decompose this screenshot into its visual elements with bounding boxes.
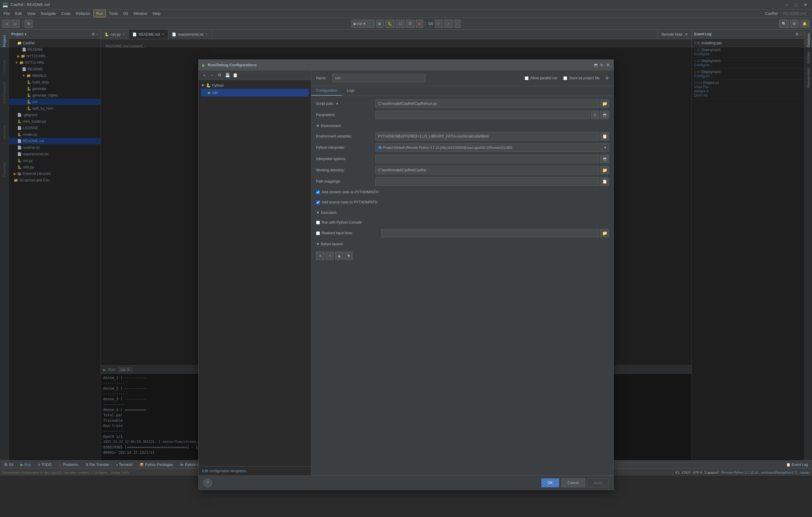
remote-host-tab[interactable]: Remote Host: ✕ bbox=[658, 30, 692, 39]
profile-btn[interactable]: ⏱ bbox=[406, 20, 415, 28]
debug-btn[interactable]: 🐛 bbox=[385, 20, 395, 28]
params-expand-btn[interactable]: ⬒ bbox=[600, 111, 609, 119]
tab-run-py[interactable]: 🐍 run.py ✕ bbox=[101, 30, 129, 39]
tree-readme-root[interactable]: 📁 CasRel bbox=[9, 40, 100, 46]
git-push-btn[interactable]: ✓ bbox=[444, 20, 453, 28]
coverage-btn[interactable]: ⎔ bbox=[396, 20, 405, 28]
add-source-roots-checkbox[interactable] bbox=[316, 200, 320, 204]
store-project-settings-icon[interactable]: ⚙ bbox=[605, 76, 609, 80]
back-btn[interactable]: ◁ bbox=[2, 20, 10, 28]
parameters-input[interactable] bbox=[375, 111, 590, 119]
menu-navigate[interactable]: Navigate bbox=[38, 10, 58, 17]
git-branch-btn[interactable]: ↑ bbox=[454, 20, 461, 28]
tab-requirements[interactable]: 📄 requirements.txt ✕ bbox=[168, 30, 212, 39]
execution-section-header[interactable]: ▼ Execution bbox=[316, 211, 609, 215]
environment-section-header[interactable]: ▼ Environment bbox=[316, 124, 609, 128]
remove-config-btn[interactable]: − bbox=[209, 72, 215, 78]
menu-window[interactable]: Window bbox=[131, 10, 150, 17]
menu-view[interactable]: View bbox=[25, 10, 38, 17]
event-log-settings-icon[interactable]: ⚙ bbox=[795, 32, 799, 36]
stop-btn[interactable]: ■ bbox=[416, 20, 423, 28]
dialog-settings-icon[interactable]: ↻ bbox=[600, 63, 604, 67]
help-btn[interactable]: ? bbox=[203, 479, 212, 487]
working-dir-browse-btn[interactable]: 📁 bbox=[600, 166, 609, 174]
dialog-close-icon[interactable]: ✕ bbox=[606, 62, 610, 68]
working-directory-input[interactable] bbox=[375, 166, 599, 174]
before-launch-section-header[interactable]: ▼ Before launch bbox=[316, 242, 609, 246]
path-mappings-input[interactable] bbox=[375, 177, 599, 186]
close-remote-tab[interactable]: ✕ bbox=[685, 32, 688, 36]
run-tool-btn[interactable]: ▶ Run bbox=[19, 462, 33, 467]
edit-config-link[interactable]: Edit configuration templates... bbox=[199, 466, 311, 475]
interpreter-info[interactable]: Remote Python 3.7.12 (sf...nvs/casrel/bi… bbox=[721, 471, 797, 474]
git-tool-btn[interactable]: ⛓ Git bbox=[2, 462, 15, 467]
close-readme-tab[interactable]: ✕ bbox=[162, 32, 165, 36]
params-add-btn[interactable]: + bbox=[591, 111, 599, 119]
before-launch-remove-btn[interactable]: − bbox=[325, 251, 334, 260]
menu-help[interactable]: Help bbox=[150, 10, 163, 17]
tab-readme-md[interactable]: 📄 README.md ✕ bbox=[129, 30, 168, 39]
line-sep[interactable]: CRLF bbox=[682, 471, 691, 474]
menu-git[interactable]: Git bbox=[121, 10, 130, 17]
python-packages-tool-btn[interactable]: 📦 Python Packages bbox=[138, 462, 175, 467]
run-btn[interactable]: ▶ bbox=[376, 20, 384, 28]
terminal-tool-btn[interactable]: ▪ Terminal bbox=[115, 462, 134, 467]
run-config-item[interactable]: ▶ run bbox=[201, 89, 309, 97]
redirect-input-checkbox[interactable] bbox=[316, 231, 320, 235]
cursor-position[interactable]: 4:1 bbox=[675, 471, 679, 474]
cancel-btn[interactable]: Cancel bbox=[561, 479, 585, 487]
path-mappings-edit-btn[interactable]: 📋 bbox=[600, 177, 609, 186]
todo-tool-btn[interactable]: ≡ TODO bbox=[36, 462, 53, 467]
redirect-input-input[interactable] bbox=[381, 229, 599, 237]
menu-tools[interactable]: Tools bbox=[107, 10, 120, 17]
allow-parallel-checkbox[interactable] bbox=[525, 76, 528, 80]
interpreter-options-input[interactable] bbox=[375, 155, 599, 163]
dialog-expand-icon[interactable]: ⬒ bbox=[594, 63, 598, 67]
menu-run[interactable]: Run bbox=[93, 10, 106, 17]
before-launch-up-btn[interactable]: ▲ bbox=[335, 251, 343, 260]
file-transfer-tool-btn[interactable]: ⇅ File Transfer bbox=[84, 462, 111, 467]
notifications-btn[interactable]: 🔔 bbox=[800, 20, 810, 28]
event-log-tool-btn[interactable]: 📋 Event Log bbox=[784, 462, 810, 467]
encoding[interactable]: UTF-8 bbox=[693, 471, 702, 474]
project-collapse-icon[interactable]: − bbox=[96, 32, 98, 36]
python-interpreter-select[interactable]: 🔷 Project Default (Remote Python 3.7.12 … bbox=[375, 143, 609, 152]
menu-edit[interactable]: Edit bbox=[13, 10, 24, 17]
before-launch-add-btn[interactable]: + bbox=[316, 251, 324, 260]
menu-refactor[interactable]: Refactor bbox=[74, 10, 93, 17]
git-update-btn[interactable]: ✓ bbox=[435, 20, 443, 28]
add-config-btn[interactable]: + bbox=[201, 72, 207, 78]
refresh-btn[interactable]: ↻ bbox=[25, 20, 33, 28]
interpreter-options-expand-btn[interactable]: ⬒ bbox=[600, 155, 609, 163]
event-log-collapse-icon[interactable]: − bbox=[800, 32, 802, 36]
database-tab[interactable]: Database bbox=[807, 31, 810, 50]
search-everywhere-btn[interactable]: 🔍 bbox=[779, 20, 789, 28]
ok-btn[interactable]: OK bbox=[541, 479, 559, 487]
env-vars-edit-btn[interactable]: 📋 bbox=[600, 132, 609, 140]
branch-info[interactable]: master bbox=[800, 471, 810, 474]
close-button[interactable]: ✕ bbox=[801, 1, 810, 9]
project-dropdown-icon[interactable]: ▾ bbox=[25, 32, 26, 36]
run-config-btn[interactable]: ▶ run ▾ bbox=[351, 20, 375, 28]
minimize-button[interactable]: − bbox=[782, 1, 791, 9]
before-launch-down-btn[interactable]: ▼ bbox=[345, 251, 353, 260]
env-vars-input[interactable] bbox=[375, 132, 599, 140]
project-gear-icon[interactable]: ⚙ bbox=[92, 32, 95, 36]
script-path-dropdown-icon[interactable]: ▾ bbox=[336, 102, 338, 106]
paste-config-btn[interactable]: 📋 bbox=[232, 72, 238, 78]
tab-configuration[interactable]: Configuration bbox=[311, 86, 342, 96]
settings-btn[interactable]: ⚙ bbox=[790, 20, 799, 28]
close-req-tab[interactable]: ✕ bbox=[205, 32, 208, 36]
forward-btn[interactable]: ▷ bbox=[11, 20, 20, 28]
script-path-browse-btn[interactable]: 📁 bbox=[600, 100, 609, 108]
redirect-input-browse-btn[interactable]: 📁 bbox=[600, 229, 609, 237]
save-config-btn[interactable]: 💾 bbox=[224, 72, 231, 78]
run-with-console-checkbox[interactable] bbox=[316, 221, 320, 224]
copy-config-btn[interactable]: ⧉ bbox=[216, 72, 223, 78]
close-run-py-tab[interactable]: ✕ bbox=[122, 32, 125, 36]
script-path-input[interactable] bbox=[375, 100, 599, 108]
config-name-input[interactable] bbox=[332, 74, 425, 82]
python-group-header[interactable]: ▼ 🐍 Python bbox=[201, 82, 309, 89]
apply-btn[interactable]: Apply bbox=[587, 479, 609, 487]
store-project-checkbox[interactable] bbox=[563, 76, 567, 80]
